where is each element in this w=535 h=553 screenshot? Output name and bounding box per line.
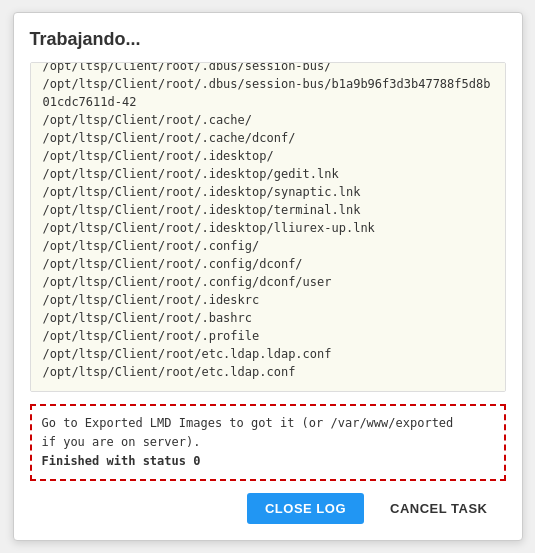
log-line: /opt/ltsp/Client/root/.config/dconf/ (43, 255, 493, 273)
close-log-button[interactable]: CLOSE LOG (247, 493, 364, 524)
log-line: /opt/ltsp/Client/root/.config/dconf/user (43, 273, 493, 291)
log-line: /opt/ltsp/Client/root/.idesktop/gedit.ln… (43, 165, 493, 183)
cancel-task-button[interactable]: CANCEL TASK (372, 493, 505, 524)
log-line: /opt/ltsp/Client/root/.dbus/session-bus/ (43, 62, 493, 75)
log-line: /opt/ltsp/Client/root/.profile (43, 327, 493, 345)
log-line: /opt/ltsp/Client/root/etc.ldap.conf (43, 363, 493, 381)
status-line-2: if you are on server). (42, 433, 494, 452)
log-line: /opt/ltsp/Client/root/etc.ldap.ldap.conf (43, 345, 493, 363)
status-line-1: Go to Exported LMD Images to got it (or … (42, 414, 494, 433)
log-line: /opt/ltsp/Client/root/.ideskrc (43, 291, 493, 309)
status-line-3: Finished with status 0 (42, 452, 494, 471)
log-line: /opt/ltsp/Client/root/.cache/ (43, 111, 493, 129)
log-line: /opt/ltsp/Client/root/.idesktop/lliurex-… (43, 219, 493, 237)
dialog-footer: CLOSE LOG CANCEL TASK (30, 493, 506, 524)
log-line: /opt/ltsp/Client/root/.bashrc (43, 309, 493, 327)
log-line: /opt/ltsp/Client/root/.idesktop/synaptic… (43, 183, 493, 201)
log-line: /opt/ltsp/Client/root/.cache/dconf/ (43, 129, 493, 147)
dialog-title: Trabajando... (30, 29, 506, 50)
log-line: /opt/ltsp/Client/root/.dbus/session-bus/… (43, 75, 493, 111)
log-line: /opt/ltsp/Client/root/.idesktop/terminal… (43, 201, 493, 219)
status-box: Go to Exported LMD Images to got it (or … (30, 404, 506, 482)
working-dialog: Trabajando... /opt/ltsp/Client/proc//opt… (13, 12, 523, 542)
log-line: /opt/ltsp/Client/root/.idesktop/ (43, 147, 493, 165)
log-area[interactable]: /opt/ltsp/Client/proc//opt/ltsp/Client/r… (30, 62, 506, 392)
log-line: /opt/ltsp/Client/root/.config/ (43, 237, 493, 255)
